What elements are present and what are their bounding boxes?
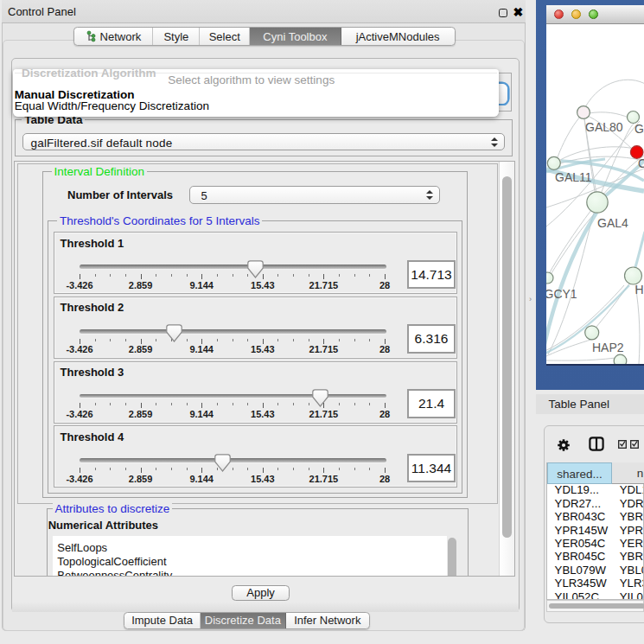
svg-text:HAP2: HAP2 <box>592 341 624 354</box>
svg-text:GAL11: GAL11 <box>555 170 592 184</box>
svg-text:GAL4: GAL4 <box>597 216 628 230</box>
svg-text:CA: CA <box>638 156 644 170</box>
svg-text:GA: GA <box>634 122 644 136</box>
svg-text:GCY1: GCY1 <box>546 287 577 301</box>
svg-text:H: H <box>635 283 644 296</box>
svg-text:GAL80: GAL80 <box>585 120 623 134</box>
